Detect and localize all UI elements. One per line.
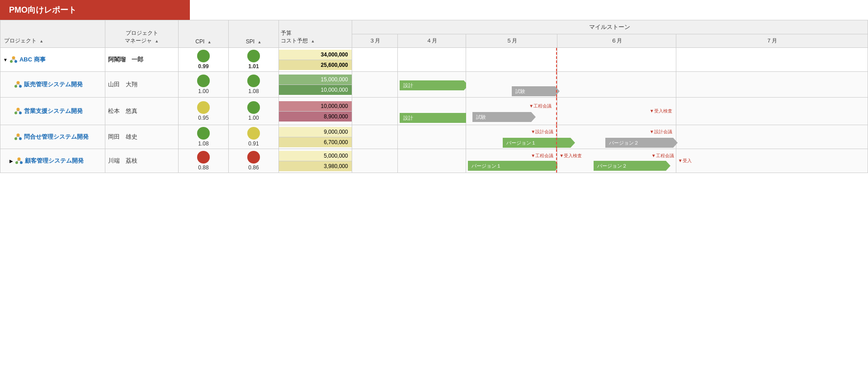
col-header-manager[interactable]: プロジェクトマネージャ ▲	[105, 20, 179, 48]
report-container: PMO向けレポート プロジェクト ▲ プロジェクトマネージャ ▲	[0, 0, 868, 173]
cpi-value: 1.08	[198, 140, 208, 147]
manager-cell: 松本 悠真	[105, 98, 179, 125]
spi-dot	[247, 75, 260, 87]
gantt-jul	[676, 72, 868, 98]
spi-cell: 0.91	[228, 125, 278, 149]
milestone-marker-ukeire: ▼受入検査	[559, 153, 582, 159]
svg-line-8	[16, 84, 18, 85]
col-header-cpi[interactable]: CPI ▲	[178, 20, 228, 48]
budget-cell: 34,000,000 25,600,000	[279, 48, 352, 72]
project-name: 営業支援システム開発	[24, 107, 83, 115]
gantt-may: 試験	[466, 72, 557, 98]
budget-cell: 10,000,000 8,900,000	[279, 98, 352, 125]
sort-arrow-budget[interactable]: ▲	[311, 39, 315, 43]
spi-dot	[247, 127, 260, 140]
cpi-dot	[197, 127, 210, 140]
gantt-apr	[397, 149, 466, 173]
toggle-arrow[interactable]: ▶	[9, 159, 13, 164]
red-line	[556, 98, 557, 125]
spi-cell: 1.08	[228, 72, 278, 98]
col-header-spi[interactable]: SPI ▲	[228, 20, 278, 48]
project-cell[interactable]: 営業支援システム開発	[0, 98, 105, 125]
col-header-project[interactable]: プロジェクト ▲	[0, 20, 105, 48]
svg-point-10	[17, 108, 20, 111]
svg-line-3	[11, 59, 14, 60]
spi-value: 1.08	[248, 88, 259, 94]
budget-bottom: 3,980,000	[279, 161, 352, 171]
gantt-jun	[557, 72, 676, 98]
budget-cell: 9,000,000 6,700,000	[279, 125, 352, 149]
svg-point-15	[17, 134, 20, 137]
svg-line-19	[18, 136, 20, 137]
svg-point-20	[18, 158, 21, 161]
table-row: 営業支援システム開発 松本 悠真 0.95 1.00	[0, 98, 868, 125]
table-row: ▶ 顧客管理システム開発 川端 荔枝	[0, 149, 868, 173]
col-header-apr: ４月	[397, 34, 466, 48]
cpi-cell: 1.00	[178, 72, 228, 98]
svg-line-4	[14, 59, 16, 60]
manager-cell: 岡田 雄史	[105, 125, 179, 149]
svg-line-9	[18, 84, 20, 85]
gantt-mar	[352, 72, 397, 98]
col-header-may: ５月	[466, 34, 557, 48]
budget-top: 10,000,000	[279, 101, 352, 112]
toggle-arrow[interactable]: ▼	[3, 57, 8, 62]
report-title: PMO向けレポート	[0, 0, 190, 20]
svg-point-12	[19, 112, 22, 114]
svg-line-23	[17, 160, 19, 161]
milestone-marker-sekkei: ▼設計会議	[531, 129, 553, 135]
svg-line-13	[16, 111, 18, 112]
sort-arrow-manager[interactable]: ▲	[155, 39, 159, 43]
project-cell[interactable]: ▼ ABC 商事	[0, 48, 105, 72]
gantt-apr	[397, 125, 466, 149]
project-cell[interactable]: ▶ 顧客管理システム開発	[0, 149, 105, 173]
gantt-mar	[352, 48, 397, 72]
gantt-jul: ▼受入	[676, 149, 868, 173]
gantt-jun	[557, 48, 676, 72]
gantt-may	[466, 48, 557, 72]
spi-cell: 0.86	[228, 149, 278, 173]
sort-arrow-spi[interactable]: ▲	[257, 40, 261, 44]
cluster-icon	[14, 107, 22, 115]
project-cell[interactable]: 問合せ管理システム開発	[0, 125, 105, 149]
sort-arrow-project[interactable]: ▲	[39, 39, 43, 43]
col-header-jul: ７月	[676, 34, 868, 48]
svg-point-1	[10, 60, 13, 63]
cpi-dot	[197, 75, 210, 87]
milestone-marker-kokai: ▼工程会議	[529, 103, 552, 109]
spi-value: 1.01	[248, 63, 259, 70]
project-name: 販売管理システム開発	[24, 80, 83, 89]
manager-cell: 阿閣瑠 一郎	[105, 48, 179, 72]
main-table: プロジェクト ▲ プロジェクトマネージャ ▲ CPI ▲ SPI ▲ 予算コスト…	[0, 20, 868, 173]
spi-dot	[247, 50, 260, 62]
milestone-marker-ukeireken: ▼受入検査	[650, 108, 672, 114]
gantt-bar-design: 設計	[400, 80, 464, 90]
cluster-icon	[14, 133, 22, 141]
col-project-label: プロジェクト	[4, 37, 37, 44]
budget-top: 15,000,000	[279, 75, 352, 85]
gantt-mar	[352, 149, 397, 173]
gantt-jul	[676, 125, 868, 149]
milestone-marker-kokai2: ▼工程会議	[531, 153, 553, 159]
svg-point-7	[19, 85, 22, 88]
sort-arrow-cpi[interactable]: ▲	[208, 40, 212, 44]
table-row: ▼ ABC 商事 阿閣瑠 一郎	[0, 48, 868, 72]
cpi-value: 0.99	[198, 63, 208, 70]
budget-top: 5,000,000	[279, 151, 352, 161]
manager-name: 山田 大翔	[108, 81, 137, 88]
gantt-mar	[352, 98, 397, 125]
gantt-may: ▼工程会議 バージョン１	[466, 149, 557, 173]
project-cell[interactable]: 販売管理システム開発	[0, 72, 105, 98]
gantt-may: ▼工程会議 試験	[466, 98, 557, 125]
col-header-budget[interactable]: 予算コスト予想 ▲	[279, 20, 352, 48]
manager-cell: 川端 荔枝	[105, 149, 179, 173]
budget-cell: 15,000,000 10,000,000	[279, 72, 352, 98]
cpi-value: 1.00	[198, 88, 208, 94]
cluster-icon	[9, 56, 18, 64]
spi-dot	[247, 101, 260, 114]
svg-point-2	[14, 60, 17, 63]
svg-point-22	[20, 161, 23, 164]
gantt-may: ▼設計会議 バージョン１	[466, 125, 557, 149]
milestone-marker-ukei: ▼受入	[678, 158, 692, 164]
budget-bottom: 6,700,000	[279, 137, 352, 147]
